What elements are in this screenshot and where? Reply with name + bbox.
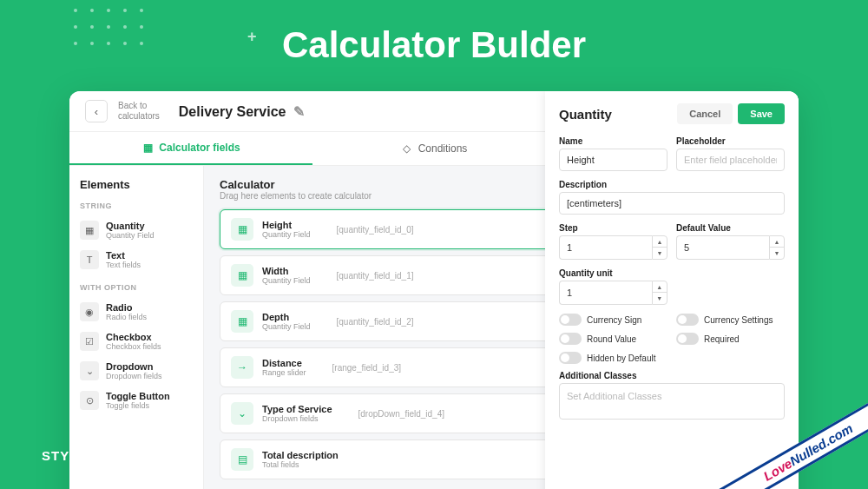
element-radio[interactable]: ◉RadioRadio fields	[80, 297, 193, 327]
toggle-switch[interactable]	[559, 333, 582, 345]
toggle-switch[interactable]	[559, 314, 582, 326]
unit-label: Quantity unit	[559, 268, 667, 278]
field-id: [quantity_field_id_0]	[337, 225, 414, 235]
name-label: Name	[559, 136, 667, 146]
element-icon: ◉	[80, 302, 99, 321]
default-up-icon[interactable]: ▲	[770, 236, 784, 248]
field-id: [quantity_field_id_2]	[337, 317, 414, 327]
field-icon: ⌄	[231, 402, 253, 425]
elements-sidebar: Elements STRING▦QuantityQuantity FieldTT…	[69, 166, 204, 489]
tab-calculator-fields[interactable]: ▦Calculator fields	[69, 132, 312, 165]
step-down-icon[interactable]: ▼	[653, 248, 667, 259]
element-quantity[interactable]: ▦QuantityQuantity Field	[80, 215, 193, 245]
field-id: [range_field_id_3]	[332, 363, 402, 373]
description-label: Description	[559, 180, 785, 189]
toggle-switch[interactable]	[559, 352, 582, 364]
step-up-icon[interactable]: ▲	[653, 236, 667, 248]
name-input[interactable]	[559, 149, 667, 171]
field-id: [quantity_field_id_1]	[337, 271, 414, 281]
page-title: Delivery Service ✎	[179, 103, 305, 120]
unit-down-icon[interactable]: ▼	[653, 293, 667, 304]
panel-title: Quantity	[559, 107, 612, 122]
back-label: Back to calculators	[118, 101, 160, 122]
back-button[interactable]: ‹	[85, 100, 108, 122]
toggle-round-value[interactable]: Round Value	[559, 333, 667, 345]
classes-input[interactable]	[559, 383, 785, 420]
field-icon: ▦	[231, 310, 253, 333]
category-label: STRING	[80, 202, 193, 210]
toggle-currency-sign[interactable]: Currency Sign	[559, 314, 667, 326]
app-window: ‹ Back to calculators Delivery Service ✎…	[69, 91, 799, 489]
toggle-currency-settings[interactable]: Currency Settings	[676, 314, 785, 326]
element-toggle-button[interactable]: ⊙Toggle ButtonToggle fields	[80, 386, 193, 415]
cancel-button[interactable]: Cancel	[677, 103, 733, 124]
element-icon: ⊙	[80, 391, 99, 410]
element-text[interactable]: TTextText fields	[80, 245, 193, 274]
tab-conditions[interactable]: ◇Conditions	[312, 132, 556, 165]
toggle-switch[interactable]	[676, 333, 699, 345]
unit-stepper[interactable]: ▲▼	[559, 281, 667, 305]
tab-icon: ▦	[141, 142, 154, 154]
default-stepper[interactable]: ▲▼	[676, 235, 785, 260]
element-icon: ▦	[80, 221, 99, 240]
default-down-icon[interactable]: ▼	[770, 248, 784, 259]
sidebar-title: Elements	[80, 178, 193, 191]
plus-icon: +	[247, 28, 257, 46]
step-stepper[interactable]: ▲▼	[559, 235, 667, 260]
field-icon: ▦	[231, 264, 253, 287]
element-icon: ☑	[80, 332, 99, 351]
field-icon: ▦	[231, 218, 253, 241]
toggle-required[interactable]: Required	[676, 333, 785, 345]
field-icon: →	[231, 356, 253, 379]
toggle-switch[interactable]	[676, 314, 699, 326]
field-icon: ▤	[231, 448, 253, 471]
toggle-hidden-by-default[interactable]: Hidden by Default	[559, 352, 785, 364]
footer-text: WordPress Cost Calculator Plugin	[581, 456, 764, 470]
properties-panel: Quantity Cancel Save Name Placeholder De…	[545, 91, 799, 489]
brand-logo: STYLEMIX themes	[42, 448, 114, 470]
unit-up-icon[interactable]: ▲	[653, 281, 667, 293]
element-dropdown[interactable]: ⌄DropdownDropdown fields	[80, 356, 193, 386]
category-label: WITH OPTION	[80, 283, 193, 292]
placeholder-label: Placeholder	[676, 136, 785, 146]
edit-icon[interactable]: ✎	[293, 104, 305, 119]
step-label: Step	[559, 223, 667, 233]
element-checkbox[interactable]: ☑CheckboxCheckbox fields	[80, 327, 193, 356]
classes-label: Additional Classes	[559, 371, 785, 380]
tab-icon: ◇	[401, 142, 413, 155]
placeholder-input[interactable]	[676, 149, 785, 171]
field-id: [dropDown_field_id_4]	[358, 409, 445, 419]
description-input[interactable]	[559, 192, 785, 215]
element-icon: ⌄	[80, 361, 99, 380]
default-label: Default Value	[676, 223, 785, 233]
save-button[interactable]: Save	[738, 103, 785, 124]
element-icon: T	[80, 250, 99, 269]
hero-title: + Calculator Bulder	[0, 0, 868, 66]
